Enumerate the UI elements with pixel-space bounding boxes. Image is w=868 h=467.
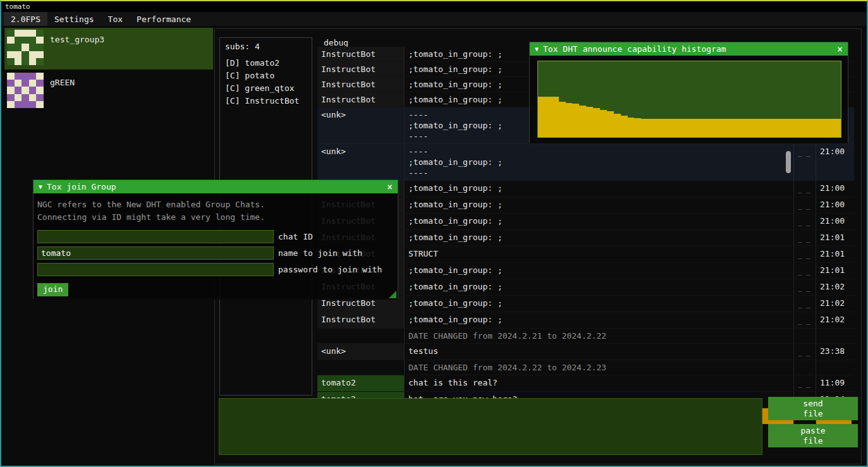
paste-file-label-line1: paste (800, 426, 825, 436)
histogram-bar (696, 119, 703, 137)
message-time: 23:38 (816, 344, 852, 360)
message-text: testus (405, 344, 794, 360)
message-time (816, 360, 852, 375)
message-row[interactable]: DATE CHANGED from 2024.2.22 to 2024.2.23 (317, 360, 854, 375)
peer-list: [D] tomato2[C] potato[C] green_qtox[C] I… (225, 57, 307, 107)
histogram-bar (538, 97, 545, 137)
peer-item-InstructBot[interactable]: [C] InstructBot (225, 95, 307, 107)
message-status (794, 329, 816, 343)
avatar-pixel (15, 37, 22, 44)
menu-item-2-0fps[interactable]: 2.0FPS (4, 12, 47, 26)
avatar-pixel (7, 37, 15, 44)
histogram-bar (827, 119, 834, 137)
message-time: 21:00 (816, 197, 852, 213)
histogram-bar (628, 118, 635, 137)
histogram-bar (779, 119, 786, 137)
chat-scrollbar-thumb[interactable] (786, 151, 791, 173)
message-text: ;tomato_in_group: ; (405, 279, 794, 295)
join-button[interactable]: join (37, 283, 68, 296)
avatar-pixel (36, 73, 44, 80)
close-icon[interactable]: × (837, 44, 843, 55)
message-status: _ _ (794, 312, 816, 328)
message-text: ;tomato_in_group: ; (405, 197, 794, 213)
histogram-bar (717, 119, 724, 137)
histogram-bar (634, 118, 641, 137)
message-row[interactable]: InstructBot;tomato_in_group: ;_ _21:02 (317, 312, 854, 329)
message-text: ;tomato_in_group: ; (405, 214, 794, 229)
message-author: <unk> (317, 344, 405, 360)
avatar-pixel (29, 58, 37, 65)
histogram-window-title: Tox DHT announce capability histogram (543, 44, 726, 54)
resize-grip[interactable] (389, 291, 396, 298)
peer-item-green_qtox[interactable]: [C] green_qtox (225, 82, 307, 95)
message-author: InstructBot (317, 92, 405, 107)
join-window-title: Tox join Group (47, 182, 116, 191)
histogram-bar (607, 111, 614, 137)
histogram-bar (834, 119, 841, 137)
menu-item-performance[interactable]: Performance (130, 12, 198, 26)
avatar-pixel (7, 44, 15, 51)
message-text: ;tomato_in_group: ; (405, 181, 794, 197)
avatar-pixel (7, 87, 15, 94)
group-sidebar: test_group3gREEN (4, 28, 213, 114)
histogram-bar (648, 119, 655, 137)
group-name: test_group3 (50, 35, 104, 44)
message-row[interactable]: <unk>testus_ _23:38 (317, 344, 854, 360)
message-status: _ _ (794, 197, 816, 213)
avatar-pixel (29, 73, 37, 80)
histogram-bar (559, 102, 566, 137)
send-file-button[interactable]: send file (768, 397, 858, 420)
message-time: 21:02 (816, 279, 852, 295)
titlebar: tomato (1, 1, 867, 12)
avatar-pixel (36, 58, 44, 65)
message-author: tomato2 (317, 375, 405, 391)
menu-item-tox[interactable]: Tox (101, 12, 130, 26)
histogram-bar (593, 108, 600, 137)
avatar-pixel (21, 101, 29, 108)
avatar-pixel (21, 73, 29, 80)
app-window: tomato 2.0FPSSettingsToxPerformance test… (0, 0, 868, 467)
close-icon[interactable]: × (387, 181, 393, 193)
avatar-pixel (21, 80, 29, 87)
menu-item-settings[interactable]: Settings (47, 12, 101, 26)
message-time: 21:02 (816, 296, 852, 312)
paste-file-button[interactable]: paste file (768, 424, 858, 447)
histogram-bar (745, 119, 752, 137)
group-name: gREEN (50, 78, 75, 87)
histogram-bar (545, 97, 552, 137)
avatar-pixel (15, 94, 22, 101)
avatar-pixel (15, 73, 22, 80)
message-author: InstructBot (317, 47, 405, 61)
histogram-bar (786, 119, 793, 137)
avatar-pixel (29, 30, 37, 37)
join-password-input[interactable] (37, 263, 274, 276)
histogram-bar (655, 119, 662, 137)
avatar-pixel (36, 51, 44, 58)
avatar-pixel (36, 94, 44, 101)
message-row[interactable]: tomato2chat is this real?_ _11:09 (317, 375, 854, 392)
peer-item-potato[interactable]: [C] potato (225, 70, 307, 82)
collapse-arrow-icon[interactable]: ▼ (39, 183, 42, 190)
avatar-pixel (29, 37, 37, 44)
group-item-test_group3[interactable]: test_group3 (4, 28, 213, 70)
message-row[interactable]: <unk>----;tomato_in_group: ;----_ _21:00 (317, 144, 854, 181)
message-author: <unk> (317, 144, 405, 180)
group-item-gREEN[interactable]: gREEN (4, 71, 213, 112)
message-status: _ _ (794, 263, 816, 279)
collapse-arrow-icon[interactable]: ▼ (535, 45, 539, 52)
avatar-pixel (7, 73, 15, 80)
histogram-window-body (530, 56, 848, 143)
histogram-bar (800, 119, 807, 137)
group-avatar (7, 30, 44, 65)
join-name-input[interactable] (37, 246, 274, 260)
histogram-bar (731, 119, 738, 137)
avatar-pixel (36, 30, 44, 37)
histogram-window-titlebar[interactable]: ▼ Tox DHT announce capability histogram … (530, 42, 848, 56)
chat-id-input[interactable] (37, 230, 274, 243)
histogram-bar (724, 119, 731, 137)
peer-item-tomato2[interactable]: [D] tomato2 (225, 57, 307, 70)
join-window-titlebar[interactable]: ▼ Tox join Group × (34, 180, 398, 193)
histogram-bar (821, 119, 828, 137)
message-row[interactable]: DATE CHANGED from 2024.2.21 to 2024.2.22 (317, 329, 854, 344)
composer-input[interactable] (219, 398, 762, 455)
